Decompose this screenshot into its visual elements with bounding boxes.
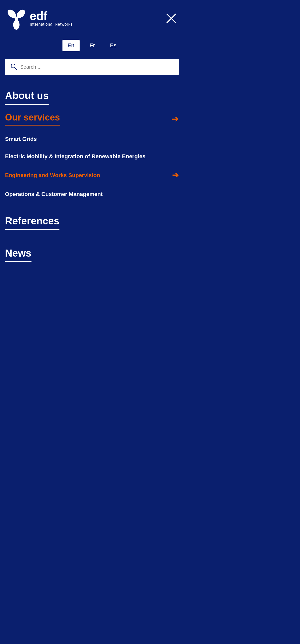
news-label: News	[5, 243, 31, 262]
logo-brand: edf	[30, 10, 73, 22]
svg-point-3	[13, 20, 19, 30]
nav-references[interactable]: References	[5, 210, 179, 232]
about-us-label: About us	[5, 85, 49, 105]
language-switcher: En Fr Es	[0, 35, 184, 59]
services-header: Our services ➔	[5, 112, 179, 126]
service-item-electric-mobility[interactable]: Electric Mobility & Integration of Renew…	[5, 148, 179, 165]
logo-text: edf International Networks	[30, 10, 73, 27]
search-container	[5, 59, 179, 75]
lang-es[interactable]: Es	[105, 40, 122, 51]
services-section: Our services ➔ Smart Grids Electric Mobi…	[0, 112, 184, 203]
nav-news[interactable]: News	[5, 243, 179, 265]
svg-line-7	[15, 67, 17, 69]
engineering-arrow-icon: ➔	[172, 170, 179, 181]
logo[interactable]: edf International Networks	[5, 7, 73, 30]
service-label: Smart Grids	[5, 136, 37, 142]
service-label: Engineering and Works Supervision	[5, 172, 100, 179]
service-label: Electric Mobility & Integration of Renew…	[5, 153, 145, 159]
search-icon	[10, 63, 17, 71]
services-arrow-icon[interactable]: ➔	[171, 114, 179, 124]
service-item-smart-grids[interactable]: Smart Grids	[5, 131, 179, 148]
lang-fr[interactable]: Fr	[85, 40, 100, 51]
lang-en[interactable]: En	[62, 40, 80, 51]
nav-about-us[interactable]: About us	[5, 85, 179, 112]
logo-subtitle: International Networks	[30, 22, 73, 27]
close-button[interactable]	[164, 11, 179, 26]
search-input[interactable]	[20, 64, 174, 70]
edf-logo-icon	[5, 7, 28, 30]
header: edf International Networks	[0, 0, 184, 35]
references-section: References	[0, 205, 184, 243]
nav-section: About us	[0, 85, 184, 112]
service-item-operations[interactable]: Operations & Customer Management	[5, 186, 179, 203]
news-section: News	[0, 243, 184, 275]
service-label: Operations & Customer Management	[5, 191, 103, 197]
references-label: References	[5, 210, 59, 230]
close-icon	[165, 12, 178, 25]
services-title[interactable]: Our services	[5, 112, 60, 126]
service-item-engineering[interactable]: Engineering and Works Supervision ➔	[5, 165, 179, 186]
